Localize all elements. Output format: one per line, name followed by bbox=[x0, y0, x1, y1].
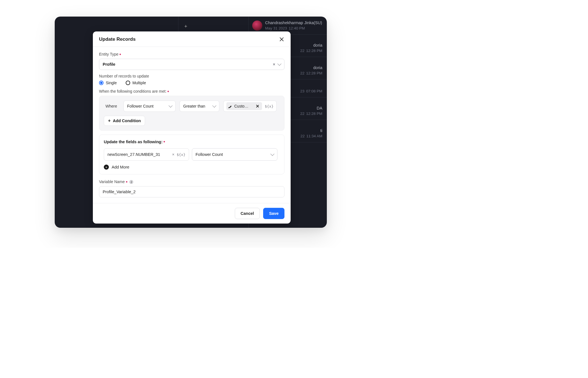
condition-operator-select[interactable]: Greater than bbox=[180, 101, 219, 112]
save-button[interactable]: Save bbox=[263, 208, 284, 219]
add-node-icon[interactable]: + bbox=[184, 24, 187, 29]
clear-icon[interactable]: × bbox=[273, 62, 275, 67]
app-window: + Chandrashekharmap Jinka(SU) May 31 202… bbox=[55, 17, 327, 228]
required-indicator-icon bbox=[164, 141, 165, 142]
update-fields-label: Update the fields as following: bbox=[104, 139, 280, 144]
entity-type-value: Profile bbox=[103, 62, 115, 67]
where-label: Where bbox=[104, 104, 120, 108]
value-chip-text: Custo… bbox=[234, 104, 253, 108]
update-records-modal: Update Records Entity Type Profile × Num… bbox=[93, 31, 291, 224]
add-more-label: Add More bbox=[112, 165, 129, 169]
close-icon[interactable] bbox=[279, 37, 284, 42]
chevron-down-icon bbox=[212, 104, 216, 108]
condition-value-input[interactable]: Custo… ${x} bbox=[223, 101, 277, 112]
chevron-down-icon bbox=[270, 152, 274, 156]
radio-multiple-label: Multiple bbox=[132, 81, 146, 85]
list-item-name: Chandrashekharmap Jinka(SU) bbox=[265, 21, 322, 25]
radio-single[interactable]: Single bbox=[99, 81, 117, 85]
conditions-label: When the following conditions are met: bbox=[99, 89, 284, 94]
info-icon[interactable]: i bbox=[129, 180, 133, 184]
update-field-select[interactable]: Follower Count bbox=[192, 148, 277, 161]
entity-type-label: Entity Type bbox=[99, 52, 284, 56]
radio-icon bbox=[126, 81, 130, 85]
conditions-panel: Where Follower Count Greater than bbox=[99, 96, 284, 131]
variable-name-value: Profile_Variable_2 bbox=[103, 190, 135, 194]
chevron-down-icon bbox=[277, 62, 281, 66]
value-chip[interactable]: Custo… bbox=[226, 102, 262, 110]
condition-operator-value: Greater than bbox=[183, 104, 205, 108]
update-value-text: newScreen_27.NUMBER_31 bbox=[107, 152, 170, 157]
condition-field-select[interactable]: Follower Count bbox=[123, 101, 176, 112]
required-indicator-icon bbox=[167, 91, 169, 92]
modal-title: Update Records bbox=[99, 37, 135, 42]
add-condition-label: Add Condition bbox=[113, 119, 141, 123]
update-value-input[interactable]: newScreen_27.NUMBER_31 × ${x} bbox=[104, 148, 189, 161]
pencil-icon bbox=[229, 104, 232, 108]
condition-field-value: Follower Count bbox=[127, 104, 153, 108]
variable-picker-icon[interactable]: ${x} bbox=[265, 104, 274, 108]
variable-picker-icon[interactable]: ${x} bbox=[177, 152, 185, 157]
required-indicator-icon bbox=[120, 54, 121, 55]
update-fields-panel: Update the fields as following: newScree… bbox=[99, 135, 284, 174]
entity-type-select[interactable]: Profile × bbox=[99, 59, 284, 70]
radio-icon bbox=[99, 81, 104, 85]
add-condition-button[interactable]: + Add Condition bbox=[104, 116, 145, 126]
plus-icon: + bbox=[108, 119, 111, 123]
radio-multiple[interactable]: Multiple bbox=[126, 81, 146, 85]
add-more-button[interactable]: + Add More bbox=[104, 165, 280, 170]
remove-chip-icon[interactable] bbox=[255, 104, 260, 108]
chevron-down-icon bbox=[169, 104, 173, 108]
required-indicator-icon bbox=[126, 181, 127, 183]
cancel-button[interactable]: Cancel bbox=[235, 208, 260, 219]
variable-name-input[interactable]: Profile_Variable_2 bbox=[99, 186, 284, 197]
update-field-value: Follower Count bbox=[196, 152, 223, 157]
num-records-label: Number of records to update bbox=[99, 74, 284, 78]
plus-circle-icon: + bbox=[104, 165, 109, 170]
list-item-timestamp: May 31 202312:40 PM bbox=[265, 26, 322, 30]
variable-name-label: Variable Name i bbox=[99, 179, 284, 184]
clear-icon[interactable]: × bbox=[172, 152, 174, 157]
radio-single-label: Single bbox=[106, 81, 117, 85]
avatar bbox=[252, 21, 262, 31]
